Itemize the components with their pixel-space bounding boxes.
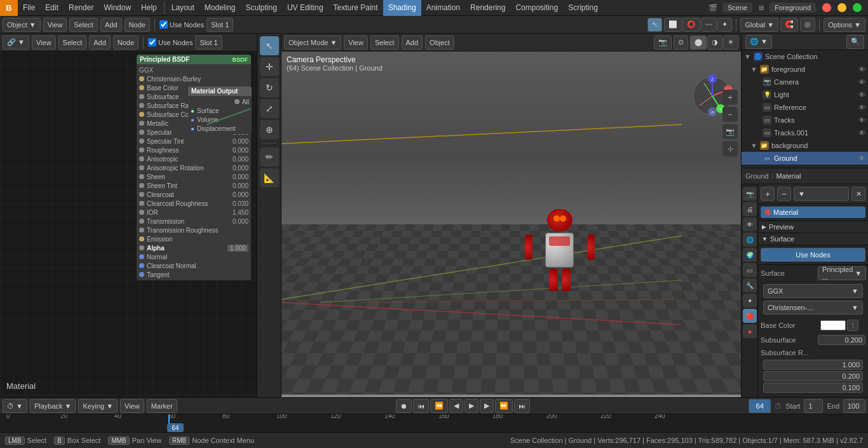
- snap-btn[interactable]: 🧲: [780, 18, 798, 32]
- workspace-rendering[interactable]: Rendering: [465, 0, 510, 16]
- timeline-track[interactable]: 0 20 40 60 80 100 120 140 160 180 200 22…: [0, 414, 868, 432]
- node-slot-btn[interactable]: Slot 1: [195, 36, 222, 50]
- use-nodes-btn[interactable]: Use Nodes: [761, 248, 865, 262]
- outliner-row-tracks[interactable]: ▭ Tracks 👁: [742, 114, 868, 126]
- viewport-object-btn[interactable]: Object: [425, 36, 454, 50]
- current-frame-input[interactable]: 64: [749, 399, 771, 413]
- tweak-btn[interactable]: ✦: [717, 18, 732, 32]
- outliner-row-camera[interactable]: 📷 Camera 👁: [742, 76, 868, 88]
- outliner-row-foreground[interactable]: ▼ 📁 foreground 👁: [742, 63, 868, 76]
- next-key-btn[interactable]: ⏩: [495, 399, 513, 413]
- eye-reference[interactable]: 👁: [858, 104, 865, 111]
- zoom-in-btn[interactable]: ＋: [722, 90, 738, 105]
- outliner-row-ground[interactable]: ▭ Ground 👁: [742, 152, 868, 165]
- node-select-btn[interactable]: Select: [58, 36, 87, 50]
- use-nodes-checkbox[interactable]: [159, 20, 168, 29]
- subsurface-r1[interactable]: 1.000: [763, 360, 863, 370]
- subsurface-r3[interactable]: 0.100: [763, 383, 863, 393]
- maximize-button[interactable]: [853, 3, 862, 12]
- transform-tool[interactable]: ⊕: [260, 120, 279, 139]
- move-tool[interactable]: ✛: [260, 57, 279, 76]
- node-view-btn[interactable]: View: [32, 36, 56, 50]
- eye-foreground[interactable]: 👁: [858, 65, 865, 73]
- material-remove-btn[interactable]: −: [777, 187, 791, 201]
- subsurface-value[interactable]: 0.200: [818, 335, 865, 345]
- eye-light[interactable]: 👁: [858, 91, 865, 98]
- select-tool-side[interactable]: ↖: [260, 36, 279, 55]
- node-node-btn[interactable]: Node: [113, 36, 139, 50]
- annotate-tool[interactable]: ✏: [260, 147, 279, 166]
- node-use-nodes-toggle[interactable]: Use Nodes: [148, 38, 193, 46]
- transform-btn[interactable]: Global▼: [740, 18, 778, 32]
- menu-file[interactable]: File: [18, 0, 40, 16]
- prop-view-icon[interactable]: 👁: [743, 217, 757, 231]
- outliner-mode-btn[interactable]: 🌐 ▼: [745, 35, 772, 49]
- camera-view-btn[interactable]: 📷: [722, 124, 738, 139]
- start-frame-input[interactable]: 1: [804, 399, 823, 413]
- menu-window[interactable]: Window: [98, 0, 136, 16]
- view-btn[interactable]: View: [43, 18, 67, 32]
- prev-key-btn[interactable]: ⏪: [430, 399, 448, 413]
- options-btn[interactable]: Options ▼: [824, 18, 865, 32]
- rendered-mode-btn[interactable]: ☀: [723, 36, 738, 50]
- end-frame-input[interactable]: 100: [843, 399, 865, 413]
- outliner-row-background[interactable]: ▼ 📁 background: [742, 139, 868, 152]
- zoom-out-btn[interactable]: －: [722, 107, 738, 122]
- view-timeline-btn[interactable]: View: [120, 399, 144, 413]
- prop-render-icon[interactable]: 📷: [743, 187, 757, 201]
- workspace-scripting[interactable]: Scripting: [563, 0, 603, 16]
- viewport-overlay-btn[interactable]: ⊙: [674, 36, 688, 50]
- prop-modifier-icon[interactable]: 🔧: [743, 278, 757, 292]
- select-btn[interactable]: Select: [69, 18, 98, 32]
- box-select-btn[interactable]: ⬜: [664, 18, 682, 32]
- prev-frame-btn[interactable]: ◀: [449, 399, 463, 413]
- prop-data-icon[interactable]: 🔺: [743, 324, 757, 338]
- record-btn[interactable]: ⏺: [396, 399, 412, 413]
- timeline-type-btn[interactable]: ⏱ ▼: [3, 399, 27, 413]
- add-btn[interactable]: Add: [100, 18, 122, 32]
- material-add-btn[interactable]: +: [761, 187, 775, 201]
- menu-render[interactable]: Render: [64, 0, 98, 16]
- prop-world-icon[interactable]: 🌍: [743, 248, 757, 262]
- surface-dropdown[interactable]: Principled ...▼: [818, 266, 866, 280]
- sss-method-dropdown[interactable]: Christensen-...▼: [763, 301, 863, 315]
- prop-scene-icon[interactable]: 🌐: [743, 233, 757, 247]
- menu-help[interactable]: Help: [136, 0, 162, 16]
- outliner-row-tracks001[interactable]: ▭ Tracks.001 👁: [742, 126, 868, 139]
- keying-btn[interactable]: Keying▼: [78, 399, 118, 413]
- eye-tracks001[interactable]: 👁: [858, 129, 865, 137]
- preview-section-header[interactable]: ▶ Preview: [758, 221, 868, 233]
- eye-ground[interactable]: 👁: [858, 154, 865, 162]
- scale-tool[interactable]: ⤢: [260, 99, 279, 118]
- node-btn[interactable]: Node: [125, 18, 150, 32]
- subsurface-r2[interactable]: 0.200: [763, 371, 863, 381]
- next-frame-btn[interactable]: ▶: [480, 399, 494, 413]
- surface-section-header[interactable]: ▼ Surface: [758, 233, 868, 245]
- base-color-swatch[interactable]: [820, 320, 846, 330]
- viewport-select-btn[interactable]: Select: [370, 36, 399, 50]
- material-browse-btn[interactable]: ▼: [794, 187, 849, 201]
- solid-mode-btn[interactable]: ⬤: [690, 36, 707, 50]
- workspace-modeling[interactable]: Modeling: [200, 0, 241, 16]
- rotate-tool[interactable]: ↻: [260, 78, 279, 97]
- node-add-btn[interactable]: Add: [89, 36, 111, 50]
- circle-select-btn[interactable]: ⭕: [682, 18, 700, 32]
- workspace-layout[interactable]: Layout: [166, 0, 200, 16]
- workspace-uv[interactable]: UV Editing: [282, 0, 329, 16]
- prop-material-icon[interactable]: 🔴: [743, 309, 757, 323]
- measure-tool[interactable]: 📐: [260, 168, 279, 187]
- close-button[interactable]: [822, 3, 831, 12]
- playback-btn[interactable]: Playback▼: [30, 399, 76, 413]
- play-btn[interactable]: ▶: [465, 399, 478, 413]
- material-x-btn[interactable]: ✕: [851, 187, 865, 201]
- material-output-node[interactable]: Material Output All ● Surface ● Volume: [188, 86, 252, 134]
- outliner-row-reference[interactable]: ▭ Reference 👁: [742, 101, 868, 114]
- base-color-menu[interactable]: ⋮: [847, 320, 858, 331]
- workspace-animation[interactable]: Animation: [421, 0, 465, 16]
- object-mode-btn[interactable]: Object ▼: [3, 18, 41, 32]
- workspace-sculpting[interactable]: Sculpting: [241, 0, 282, 16]
- minimize-button[interactable]: [837, 3, 846, 12]
- prop-particle-icon[interactable]: ✦: [743, 294, 757, 308]
- viewport-add-btn[interactable]: Add: [402, 36, 423, 50]
- proportional-btn[interactable]: ◎: [800, 18, 815, 32]
